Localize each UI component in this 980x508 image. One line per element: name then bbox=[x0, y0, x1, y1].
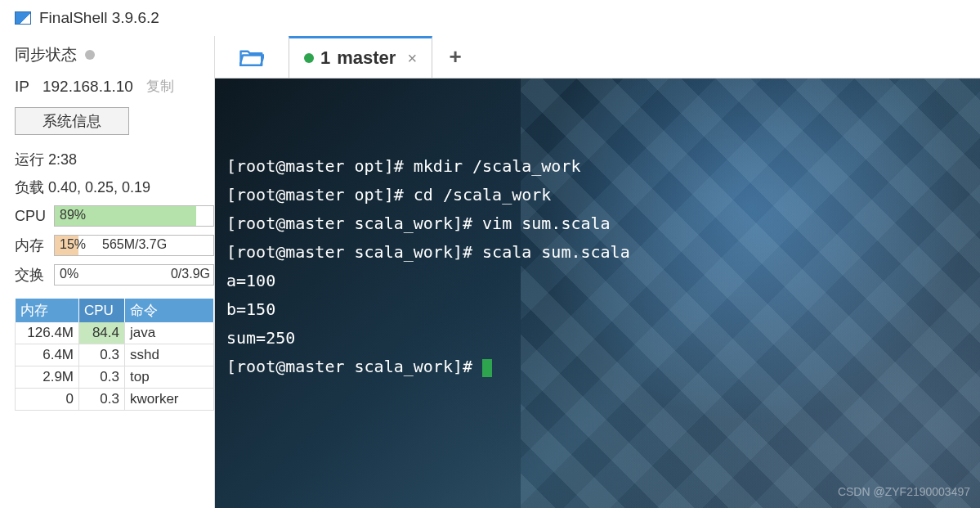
mem-meter-row: 内存 15% 565M/3.7G bbox=[15, 235, 214, 256]
terminal-line: [root@master opt]# cd /scala_work bbox=[226, 181, 969, 209]
tab-index: 1 bbox=[320, 47, 330, 69]
add-tab-button[interactable]: + bbox=[432, 36, 478, 78]
table-row[interactable]: 6.4M0.3sshd bbox=[16, 344, 214, 366]
connection-status-icon bbox=[304, 53, 314, 63]
copy-button[interactable]: 复制 bbox=[146, 77, 174, 96]
proc-cpu: 0.3 bbox=[79, 389, 125, 411]
proc-cmd: kworker bbox=[125, 389, 214, 411]
proc-cpu: 0.3 bbox=[79, 366, 125, 389]
folder-open-icon bbox=[239, 48, 264, 66]
titlebar: FinalShell 3.9.6.2 bbox=[0, 0, 980, 36]
open-folder-button[interactable] bbox=[215, 36, 289, 78]
terminal-line: [root@master opt]# mkdir /scala_work bbox=[226, 152, 969, 181]
proc-cpu: 84.4 bbox=[79, 322, 125, 344]
proc-header-cpu[interactable]: CPU bbox=[79, 299, 125, 322]
terminal-line: [root@master scala_work]# vim sum.scala bbox=[226, 209, 969, 238]
tab-master[interactable]: 1 master × bbox=[289, 36, 432, 78]
app-title: FinalShell 3.9.6.2 bbox=[39, 9, 159, 27]
cpu-meter-row: CPU 89% bbox=[15, 205, 214, 227]
process-table-header[interactable]: 内存 CPU 命令 bbox=[16, 299, 214, 322]
load-row: 负载 0.40, 0.25, 0.19 bbox=[15, 178, 214, 197]
terminal[interactable]: [root@master opt]# mkdir /scala_work[roo… bbox=[215, 79, 980, 508]
swap-meter: 0% 0/3.9G bbox=[54, 264, 214, 285]
mem-percent: 15% bbox=[60, 237, 86, 252]
terminal-line: a=100 bbox=[226, 267, 969, 295]
terminal-line: [root@master scala_work]# scala sum.scal… bbox=[226, 238, 969, 267]
terminal-line: b=150 bbox=[226, 295, 969, 324]
load-label: 负载 bbox=[15, 179, 44, 196]
main-area: 同步状态 IP 192.168.1.10 复制 系统信息 运行 2:38 负载 … bbox=[0, 36, 980, 508]
app-icon bbox=[15, 11, 31, 25]
swap-label: 交换 bbox=[15, 265, 49, 285]
uptime-row: 运行 2:38 bbox=[15, 150, 214, 169]
ip-value: 192.168.1.10 bbox=[43, 78, 133, 96]
close-tab-button[interactable]: × bbox=[407, 49, 417, 68]
mem-detail: 565M/3.7G bbox=[102, 237, 167, 252]
process-table: 内存 CPU 命令 126.4M84.4java6.4M0.3sshd2.9M0… bbox=[15, 299, 214, 411]
tab-title: master bbox=[337, 47, 396, 69]
ip-label: IP bbox=[15, 78, 29, 96]
cpu-percent: 89% bbox=[60, 208, 86, 223]
load-value: 0.40, 0.25, 0.19 bbox=[48, 179, 150, 196]
proc-cmd: top bbox=[125, 366, 214, 389]
proc-mem: 126.4M bbox=[16, 322, 79, 344]
cpu-label: CPU bbox=[15, 208, 49, 225]
proc-mem: 0 bbox=[16, 389, 79, 411]
proc-cmd: java bbox=[125, 322, 214, 344]
proc-header-mem[interactable]: 内存 bbox=[16, 299, 79, 322]
ip-row: IP 192.168.1.10 复制 bbox=[15, 77, 214, 96]
uptime-value: 2:38 bbox=[48, 151, 77, 168]
tab-bar: 1 master × + bbox=[215, 36, 980, 79]
swap-detail: 0/3.9G bbox=[171, 267, 210, 281]
system-info-button[interactable]: 系统信息 bbox=[15, 107, 129, 135]
proc-cmd: sshd bbox=[125, 344, 214, 366]
proc-mem: 6.4M bbox=[16, 344, 79, 366]
sync-status-row: 同步状态 bbox=[15, 44, 214, 65]
cursor-icon bbox=[482, 359, 492, 377]
mem-label: 内存 bbox=[15, 236, 49, 255]
cpu-meter: 89% bbox=[54, 205, 214, 227]
sync-status-label: 同步状态 bbox=[15, 44, 77, 65]
terminal-area: 1 master × + [root@master opt]# mkdir /s… bbox=[215, 36, 980, 508]
proc-cpu: 0.3 bbox=[79, 344, 125, 366]
table-row[interactable]: 126.4M84.4java bbox=[16, 322, 214, 344]
sidebar: 同步状态 IP 192.168.1.10 复制 系统信息 运行 2:38 负载 … bbox=[0, 36, 215, 508]
swap-percent: 0% bbox=[60, 267, 78, 281]
proc-mem: 2.9M bbox=[16, 366, 79, 389]
sync-status-dot-icon bbox=[85, 50, 95, 60]
mem-meter: 15% 565M/3.7G bbox=[54, 235, 214, 256]
terminal-line: sum=250 bbox=[226, 324, 969, 353]
swap-meter-row: 交换 0% 0/3.9G bbox=[15, 264, 214, 285]
proc-header-cmd[interactable]: 命令 bbox=[125, 299, 214, 322]
terminal-line: [root@master scala_work]# bbox=[226, 353, 969, 381]
table-row[interactable]: 00.3kworker bbox=[16, 389, 214, 411]
table-row[interactable]: 2.9M0.3top bbox=[16, 366, 214, 389]
uptime-label: 运行 bbox=[15, 151, 44, 168]
watermark: CSDN @ZYF2190003497 bbox=[838, 482, 970, 502]
